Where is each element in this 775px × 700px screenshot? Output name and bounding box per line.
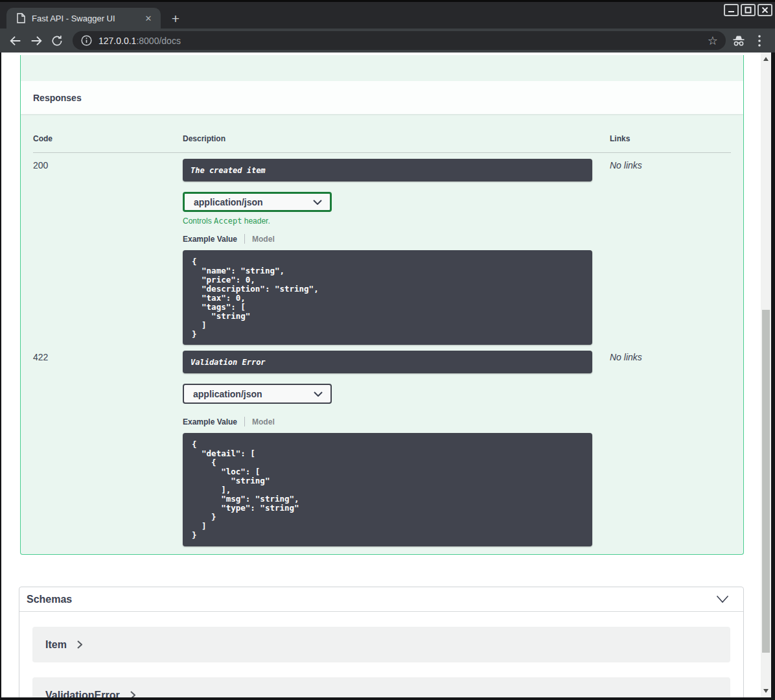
response-code: 200 — [33, 159, 183, 345]
browser-menu-icon[interactable] — [753, 32, 766, 50]
tab-model[interactable]: Model — [252, 417, 275, 426]
example-json-block: { "name": "string", "price": 0, "descrip… — [183, 250, 592, 345]
tab-close-icon[interactable]: ✕ — [143, 12, 154, 24]
reload-button[interactable] — [49, 32, 65, 49]
tab-separator — [244, 417, 245, 426]
response-links: No links — [610, 159, 731, 345]
response-description-block: The created item — [183, 159, 592, 181]
tab-title: Fast API - Swagger UI — [32, 14, 143, 23]
chevron-right-icon — [130, 691, 135, 697]
schema-validationerror[interactable]: ValidationError — [32, 677, 730, 697]
chevron-right-icon — [77, 640, 82, 649]
response-row-422: 422 Validation Error application/json Ex… — [33, 345, 731, 546]
accept-header-note: Controls Accept header. — [183, 216, 610, 226]
example-model-tabs: Example Value Model — [183, 417, 610, 426]
column-header-code: Code — [33, 134, 183, 143]
chevron-down-icon — [313, 200, 322, 205]
schemas-header[interactable]: Schemas — [19, 587, 743, 612]
response-description-block: Validation Error — [183, 351, 592, 373]
response-description-cell: Validation Error application/json Exampl… — [183, 351, 610, 546]
responses-table-header: Code Description Links — [33, 114, 731, 153]
chevron-down-icon — [314, 391, 323, 397]
chevron-down-icon[interactable] — [716, 595, 729, 603]
response-code: 422 — [33, 351, 183, 546]
browser-toolbar: 127.0.0.1:8000/docs ☆ — [0, 29, 775, 52]
response-links: No links — [610, 351, 731, 546]
response-description-cell: The created item application/json Contro… — [183, 159, 610, 345]
schemas-title: Schemas — [27, 594, 72, 605]
site-info-icon[interactable] — [81, 35, 92, 46]
maximize-button[interactable] — [741, 4, 756, 16]
schema-item[interactable]: Item — [32, 627, 730, 662]
bookmark-star-icon[interactable]: ☆ — [708, 35, 718, 47]
media-type-select[interactable]: application/json — [183, 384, 332, 404]
minimize-button[interactable] — [724, 4, 739, 16]
page-icon — [17, 13, 25, 23]
column-header-links: Links — [610, 134, 731, 143]
window-controls — [724, 4, 772, 16]
scroll-up-icon[interactable] — [763, 57, 769, 61]
responses-table: Code Description Links 200 The created i… — [21, 114, 743, 546]
url-path: :8000/docs — [136, 36, 181, 46]
schemas-section: Schemas Item ValidationError — [19, 587, 744, 697]
column-header-description: Description — [183, 134, 610, 143]
forward-button[interactable] — [28, 32, 45, 49]
url-host: 127.0.0.1 — [98, 36, 136, 46]
tab-separator — [244, 234, 245, 244]
new-tab-button[interactable]: + — [167, 10, 184, 27]
tab-model[interactable]: Model — [252, 235, 275, 244]
back-button[interactable] — [7, 32, 24, 49]
url-text: 127.0.0.1:8000/docs — [98, 36, 708, 46]
tab-example-value[interactable]: Example Value — [183, 417, 237, 426]
responses-section: Responses Code Description Links 200 The… — [20, 55, 744, 555]
scrollbar-thumb[interactable] — [762, 310, 770, 653]
responses-title: Responses — [33, 93, 82, 103]
media-type-select[interactable]: application/json — [183, 192, 332, 212]
tab-example-value[interactable]: Example Value — [183, 235, 237, 244]
window-titlebar: Fast API - Swagger UI ✕ + — [0, 0, 775, 29]
browser-window: Fast API - Swagger UI ✕ + — [0, 0, 775, 700]
page-viewport: Responses Code Description Links 200 The… — [1, 52, 761, 697]
scroll-down-icon[interactable] — [763, 689, 769, 693]
responses-header: Responses — [21, 81, 743, 114]
incognito-icon — [730, 32, 748, 50]
address-bar[interactable]: 127.0.0.1:8000/docs ☆ — [73, 31, 726, 50]
response-row-200: 200 The created item application/json Co… — [33, 153, 731, 345]
example-model-tabs: Example Value Model — [183, 234, 610, 244]
example-json-block: { "detail": [ { "loc": [ "string" ], "ms… — [183, 433, 592, 546]
browser-tab[interactable]: Fast API - Swagger UI ✕ — [6, 8, 161, 29]
scrollbar[interactable] — [761, 52, 771, 697]
close-button[interactable] — [758, 4, 772, 16]
